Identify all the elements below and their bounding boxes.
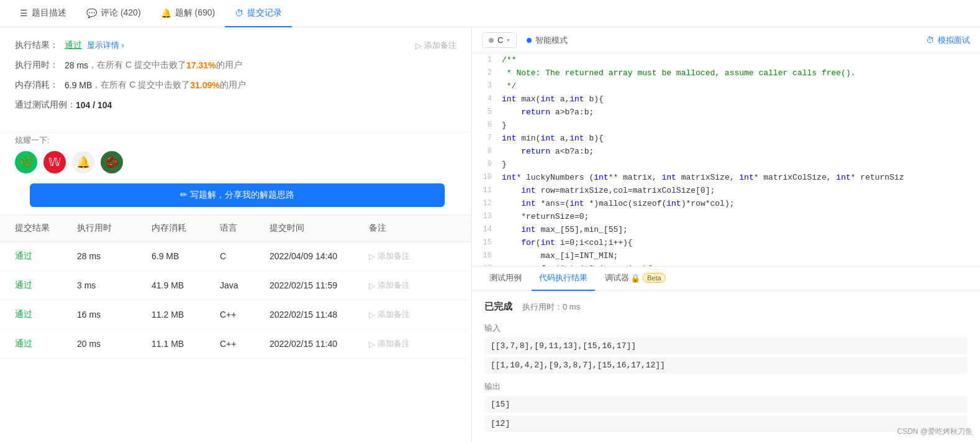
code-line: 10 int* luckyNumbers (int** matrix, int … [472,171,980,184]
col-header-time: 执行用时 [77,223,152,234]
row-result-3[interactable]: 通过 [15,338,77,349]
row-mem-0: 6.9 MB [152,251,220,261]
code-line: 4 int max(int a,int b){ [472,93,980,106]
row-lang-2: C++ [220,310,270,320]
table-row: 通过 28 ms 6.9 MB C 2022/04/09 14:40 ▷ 添加备… [0,242,471,271]
lang-circle-icon [489,38,494,43]
row-lang-3: C++ [220,339,270,349]
col-header-date: 提交时间 [270,223,369,234]
row-time-2: 16 ms [77,310,152,320]
row-date-1: 2022/02/15 11:59 [270,280,369,290]
bell-share-button[interactable]: 🔔 [72,151,94,173]
status-done-label: 已完成 [484,301,512,313]
code-line: 16 max_[i]=INT_MIN; [472,249,980,262]
lock-icon: 🔒 [630,274,640,283]
col-header-result: 提交结果 [15,223,77,234]
code-line: 2 * Note: The returned array must be mal… [472,67,980,80]
table-row: 通过 3 ms 41.9 MB Java 2022/02/15 11:59 ▷ … [0,271,471,300]
watermark: CSDN @爱吃烤秋刀鱼 [897,426,973,437]
code-line: 5 return a>b?a:b; [472,106,980,119]
top-nav: ☰ 题目描述 💬 评论 (420) 🔔 题解 (690) ⏱ 提交记录 [0,0,980,27]
exec-time-value: 28 ms [65,60,88,70]
test-cases-label: 通过测试用例： [15,99,76,111]
tab-solutions[interactable]: 🔔 题解 (690) [151,0,225,27]
flag-icon-1: ▷ [369,281,375,290]
main-area: 执行结果： 通过 显示详情 › ▷ 添加备注 执行用时： 28 ms ，在所有 … [0,27,980,442]
weibo-share-button[interactable]: 𝕎 [43,151,66,173]
code-line: 1 /** [472,53,980,67]
exec-result-row: 执行结果： 通过 显示详情 › ▷ 添加备注 [15,40,456,51]
row-note-3[interactable]: ▷ 添加备注 [369,338,456,349]
row-result-2[interactable]: 通过 [15,309,77,320]
right-panel: C ▾ 智能模式 ⏱ 模拟面试 1 /** 2 * Note: [472,27,980,442]
flag-icon-2: ▷ [369,310,375,320]
result-section: 执行结果： 通过 显示详情 › ▷ 添加备注 执行用时： 28 ms ，在所有 … [0,27,471,132]
tab-description[interactable]: ☰ 题目描述 [10,0,76,27]
mem-label: 内存消耗： [15,80,65,91]
chevron-down-icon: ▾ [507,37,510,44]
input-value-1: [[3,7,8],[9,11,13],[15,16,17]] [484,338,968,354]
code-line: 6 } [472,119,980,132]
code-line: 8 return a<b?a:b; [472,145,980,158]
test-status-row: 已完成 执行用时：0 ms [484,301,968,313]
row-note-1[interactable]: ▷ 添加备注 [369,280,456,291]
tab-comments[interactable]: 💬 评论 (420) [76,0,151,27]
tab-code-result[interactable]: 代码执行结果 [532,266,595,291]
code-line: 7 int min(int a,int b){ [472,132,980,145]
col-header-mem: 内存消耗 [152,223,220,234]
code-editor[interactable]: 1 /** 2 * Note: The returned array must … [472,53,980,266]
pass-badge[interactable]: 通过 [65,40,82,51]
share-section: 炫耀一下: 🌿 𝕎 🔔 🫘 ✏ 写题解，分享我的解题思路 [0,132,471,214]
mem-row: 内存消耗： 6.9 MB ，在所有 C 提交中击败了 31.09% 的用户 [15,80,456,91]
row-result-1[interactable]: 通过 [15,280,77,291]
bottom-tabs: 测试用例 代码执行结果 调试器 🔒 Beta [472,266,980,291]
social-icons: 🌿 𝕎 🔔 🫘 [15,151,456,173]
exec-time-pct: 17.31% [186,60,216,70]
row-time-1: 3 ms [77,280,152,290]
wechat-share-button[interactable]: 🌿 [15,151,37,173]
code-line: 11 int row=matrixSize,col=matrixColSize[… [472,184,980,197]
lang-label: C [497,35,503,45]
mem-value: 6.9 MB [65,80,92,90]
mem-desc: ，在所有 C 提交中击败了 [92,80,190,91]
row-time-0: 28 ms [77,251,152,261]
submission-table: 提交结果 执行用时 内存消耗 语言 提交时间 备注 通过 28 ms 6.9 M… [0,214,471,442]
test-exec-time: 执行用时：0 ms [522,302,580,313]
write-solution-button[interactable]: ✏ 写题解，分享我的解题思路 [30,183,445,207]
smart-mode-toggle[interactable]: 智能模式 [527,35,568,46]
row-note-2[interactable]: ▷ 添加备注 [369,309,456,320]
row-note-0[interactable]: ▷ 添加备注 [369,251,456,262]
mock-interview-button[interactable]: ⏱ 模拟面试 [926,35,970,46]
col-header-note: 备注 [369,223,456,234]
flag-icon-3: ▷ [369,339,375,349]
row-mem-2: 11.2 MB [152,310,220,320]
input-label: 输入 [484,323,968,334]
comments-icon: 💬 [86,8,97,18]
language-selector[interactable]: C ▾ [482,32,517,48]
row-result-0[interactable]: 通过 [15,251,77,262]
exec-time-suffix: 的用户 [216,60,242,71]
tab-submissions[interactable]: ⏱ 提交记录 [225,0,292,27]
share-label: 炫耀一下: [15,135,456,146]
row-lang-1: Java [220,280,270,290]
code-line: 15 for(int i=0;i<col;i++){ [472,236,980,249]
output-value-1: [15] [484,396,968,413]
douban-share-button[interactable]: 🫘 [101,151,123,173]
left-panel: 执行结果： 通过 显示详情 › ▷ 添加备注 执行用时： 28 ms ，在所有 … [0,27,472,442]
tab-test-cases[interactable]: 测试用例 [482,266,529,291]
mem-suffix: 的用户 [220,80,246,91]
output-label: 输出 [484,381,968,392]
table-header: 提交结果 执行用时 内存消耗 语言 提交时间 备注 [0,214,471,242]
test-result: 已完成 执行用时：0 ms 输入 [[3,7,8],[9,11,13],[15,… [472,291,980,442]
flag-icon: ▷ [415,41,422,50]
table-row: 通过 16 ms 11.2 MB C++ 2022/02/15 11:48 ▷ … [0,300,471,329]
tab-debugger[interactable]: 调试器 🔒 Beta [597,266,673,291]
output-section: 输出 [15] [12] [484,381,968,432]
show-detail-link[interactable]: 显示详情 › [87,40,124,51]
row-mem-3: 11.1 MB [152,339,220,349]
row-time-3: 20 ms [77,339,152,349]
test-cases-value: 104 / 104 [76,100,112,110]
output-value-2: [12] [484,415,968,432]
code-line: 9 } [472,158,980,171]
add-note-button[interactable]: ▷ 添加备注 [415,40,456,51]
